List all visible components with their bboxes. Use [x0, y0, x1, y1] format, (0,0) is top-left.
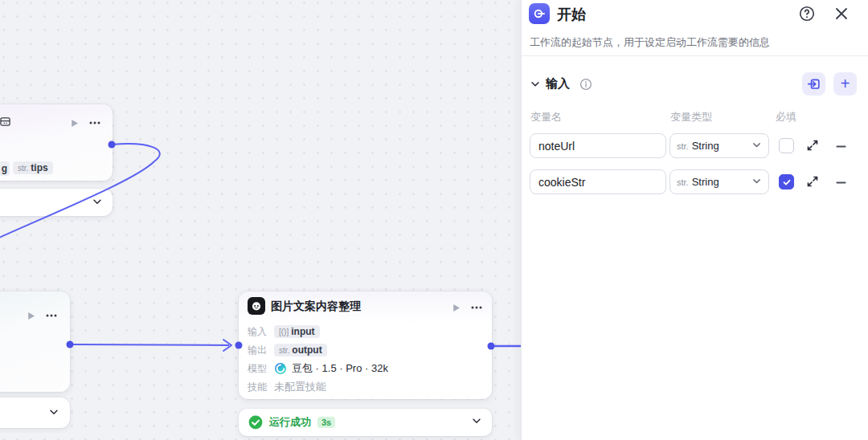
run-duration-badge: 3s — [317, 417, 335, 428]
node-top-left[interactable]: g str. tips — [0, 104, 113, 181]
str-type-icon: str. — [677, 141, 689, 151]
row-label-model: 模型 — [248, 362, 274, 376]
node-more-icon[interactable] — [88, 116, 101, 129]
chevron-down-icon — [751, 175, 762, 189]
expand-icon[interactable] — [805, 138, 821, 154]
column-header-type: 变量类型 — [670, 110, 712, 124]
node-bottom-left-collapse-bar[interactable] — [0, 397, 70, 428]
required-checkbox[interactable] — [779, 174, 794, 189]
panel-title: 开始 — [557, 5, 586, 24]
row-label-input: 输入 — [248, 325, 274, 339]
run-status-text: 运行成功 — [269, 415, 311, 430]
help-icon[interactable] — [798, 5, 816, 22]
success-check-icon — [248, 415, 263, 430]
row-label-skill: 技能 — [248, 381, 274, 394]
import-icon — [807, 77, 821, 91]
node-bottom-left[interactable] — [0, 291, 70, 392]
run-status-bar[interactable]: 运行成功 3s — [239, 409, 492, 436]
model-value: 豆包 · 1.5 · Pro · 32k — [274, 361, 388, 376]
variable-name-input[interactable]: cookieStr — [530, 169, 666, 194]
output-tag: str. output — [274, 344, 327, 356]
required-checkbox[interactable] — [779, 138, 794, 153]
workflow-canvas[interactable]: g str. tips — [0, 0, 521, 440]
skill-value: 未配置技能 — [274, 380, 326, 394]
str-type-icon: str. — [18, 164, 28, 173]
chevron-down-icon[interactable] — [48, 406, 59, 421]
run-node-icon[interactable] — [449, 301, 462, 314]
import-variables-button[interactable] — [802, 72, 825, 96]
doubao-icon — [274, 362, 287, 375]
object-type-icon: [()] — [279, 328, 289, 336]
workflow-editor: g str. tips — [0, 0, 868, 440]
llm-bot-icon — [248, 297, 265, 315]
panel-subtitle: 工作流的起始节点，用于设定启动工作流需要的信息 — [530, 35, 770, 50]
start-node-icon — [529, 3, 550, 24]
start-node-config-panel: 开始 工作流的起始节点，用于设定启动工作流需要的信息 输入 + 变量名 变量类型… — [521, 0, 868, 440]
node-more-icon[interactable] — [470, 301, 483, 314]
run-node-icon[interactable] — [24, 309, 37, 322]
chevron-down-icon — [751, 139, 762, 153]
add-variable-button[interactable]: + — [833, 72, 857, 96]
section-collapse-icon[interactable] — [530, 79, 541, 90]
info-icon[interactable] — [579, 78, 592, 91]
chevron-down-icon[interactable] — [92, 196, 103, 210]
column-header-required: 必填 — [776, 110, 796, 124]
output-tag-tips: str. tips — [13, 161, 53, 174]
node-more-icon[interactable] — [45, 309, 58, 322]
str-type-icon: str. — [279, 346, 289, 355]
chevron-down-icon[interactable] — [471, 415, 482, 430]
divider — [522, 55, 868, 56]
run-node-icon[interactable] — [68, 116, 80, 129]
node-title: 图片文案内容整理 — [271, 299, 361, 314]
variable-type-select[interactable]: str. String — [669, 169, 769, 194]
input-tag: [()] input — [274, 325, 320, 338]
close-icon[interactable] — [833, 6, 850, 22]
plus-icon: + — [841, 75, 850, 92]
expand-icon[interactable] — [805, 174, 821, 190]
input-section-title: 输入 — [546, 76, 570, 92]
str-type-icon: str. — [677, 177, 689, 187]
remove-row-icon[interactable] — [833, 174, 849, 190]
node-llm[interactable]: 图片文案内容整理 输入 [()] input 输出 str. — [239, 291, 492, 399]
node-icon-partial — [0, 116, 10, 130]
node-top-left-collapse-bar[interactable] — [0, 189, 113, 216]
remove-row-icon[interactable] — [833, 138, 849, 154]
variable-type-select[interactable]: str. String — [669, 133, 769, 158]
column-header-name: 变量名 — [530, 110, 562, 124]
row-label-output: 输出 — [248, 344, 274, 357]
variable-name-input[interactable]: noteUrl — [530, 133, 666, 158]
output-tag-partial: g — [0, 161, 10, 176]
